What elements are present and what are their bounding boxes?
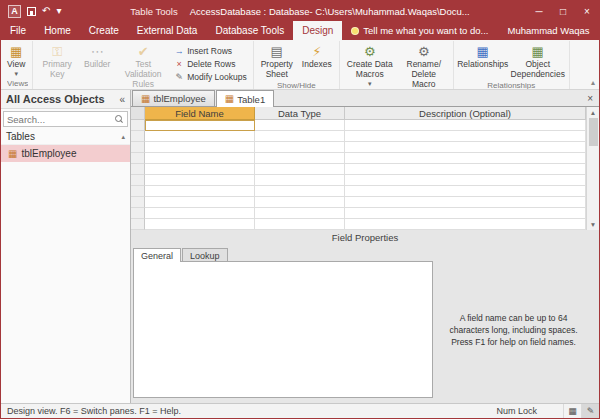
qat-customize-icon[interactable]: ▾ [56,6,61,16]
vertical-scrollbar[interactable]: ▲ ▼ [586,107,599,230]
data-type-cell[interactable] [255,219,345,230]
grid-row[interactable] [131,164,586,175]
save-icon[interactable] [27,7,36,16]
grid-row[interactable] [131,131,586,142]
scroll-up-icon[interactable]: ▲ [590,107,596,118]
description-cell[interactable] [345,208,586,219]
rename-delete-macro-button[interactable]: ⚙ Rename/ Delete Macro [399,42,449,89]
close-button[interactable]: × [575,1,599,21]
description-cell[interactable] [345,142,586,153]
object-dependencies-button[interactable]: ▦ Object Dependencies [511,42,565,80]
description-cell[interactable] [345,186,586,197]
user-account[interactable]: Muhammad Waqas [497,21,599,40]
relationships-button[interactable]: ▦ Relationships [458,42,508,70]
doc-tab-tblemployee[interactable]: ▦ tblEmployee [132,90,215,106]
access-app-icon[interactable]: A [8,5,21,18]
description-cell[interactable] [345,197,586,208]
row-selector[interactable] [131,164,145,175]
row-selector[interactable] [131,197,145,208]
field-name-cell[interactable] [145,208,255,219]
description-cell[interactable] [345,120,586,131]
field-name-cell[interactable] [145,219,255,230]
description-cell[interactable] [345,175,586,186]
maximize-button[interactable]: □ [551,1,575,21]
indexes-button[interactable]: ⚡ Indexes [299,42,335,70]
data-type-cell[interactable] [255,131,345,142]
row-selector[interactable] [131,142,145,153]
design-view-icon[interactable]: ✎ [581,404,599,418]
grid-row[interactable] [131,153,586,164]
field-name-cell[interactable] [145,142,255,153]
grid-row[interactable] [131,219,586,230]
tab-home[interactable]: Home [35,21,80,40]
field-name-cell[interactable] [145,164,255,175]
row-selector[interactable] [131,208,145,219]
data-type-cell[interactable] [255,153,345,164]
collapse-ribbon-icon[interactable]: ▴ [591,78,595,87]
tab-general[interactable]: General [133,248,181,262]
nav-section-tables[interactable]: Tables ▴ [1,129,130,145]
nav-item-tblemployee[interactable]: ▦ tblEmployee [1,145,130,162]
view-button[interactable]: ▦ View ▾ [7,42,25,77]
grid-row[interactable] [131,208,586,219]
description-cell[interactable] [345,153,586,164]
data-type-cell[interactable] [255,164,345,175]
search-box[interactable] [3,111,128,127]
undo-icon[interactable]: ↶ [42,6,50,16]
close-document-icon[interactable]: × [581,93,599,104]
description-cell[interactable] [345,164,586,175]
tab-design[interactable]: Design [293,21,342,40]
row-selector[interactable] [131,153,145,164]
tab-lookup[interactable]: Lookup [182,248,228,262]
grid-row[interactable] [131,186,586,197]
column-header-description[interactable]: Description (Optional) [345,107,586,120]
field-name-cell[interactable] [145,131,255,142]
field-name-cell[interactable] [145,186,255,197]
test-validation-rules-button[interactable]: ✔ Test Validation Rules [117,42,169,89]
create-data-macros-button[interactable]: ⚙ Create Data Macros ▾ [344,42,396,87]
field-name-cell[interactable] [145,153,255,164]
grid-row[interactable] [131,175,586,186]
description-cell[interactable] [345,131,586,142]
minimize-button[interactable]: ─ [527,1,551,21]
grid-row[interactable] [131,120,586,131]
grid-row[interactable] [131,142,586,153]
row-selector[interactable] [131,120,145,131]
property-sheet-grid[interactable] [133,261,433,398]
row-selector[interactable] [131,186,145,197]
primary-key-button[interactable]: ⚿ Primary Key [37,42,77,80]
modify-lookups-button[interactable]: ✎ Modify Lookups [172,71,249,83]
column-header-data-type[interactable]: Data Type [255,107,345,120]
field-name-cell[interactable] [145,175,255,186]
data-type-cell[interactable] [255,142,345,153]
row-selector-header[interactable] [131,107,145,120]
row-selector[interactable] [131,219,145,230]
field-name-cell[interactable] [145,197,255,208]
data-type-cell[interactable] [255,120,345,131]
tell-me-box[interactable]: Tell me what you want to do... [342,21,497,40]
row-selector[interactable] [131,131,145,142]
tab-external-data[interactable]: External Data [128,21,207,40]
row-selector[interactable] [131,175,145,186]
grid-row[interactable] [131,197,586,208]
field-name-cell[interactable] [145,120,255,131]
datasheet-view-icon[interactable]: ▦ [563,404,581,418]
search-input[interactable] [7,114,114,125]
data-type-cell[interactable] [255,175,345,186]
scroll-down-icon[interactable]: ▼ [590,219,596,230]
shutter-collapse-icon[interactable]: « [119,94,125,105]
delete-rows-button[interactable]: × Delete Rows [172,58,249,70]
property-sheet-button[interactable]: ▤ Property Sheet [258,42,296,80]
data-type-cell[interactable] [255,186,345,197]
scrollbar-thumb[interactable] [589,118,598,146]
doc-tab-table1[interactable]: ▦ Table1 [216,90,274,107]
data-type-cell[interactable] [255,197,345,208]
tab-database-tools[interactable]: Database Tools [206,21,293,40]
insert-rows-button[interactable]: → Insert Rows [172,45,249,57]
tab-create[interactable]: Create [80,21,128,40]
builder-button[interactable]: ⋯ Builder [80,42,114,70]
data-type-cell[interactable] [255,208,345,219]
description-cell[interactable] [345,219,586,230]
section-collapse-icon[interactable]: ▴ [121,133,125,141]
column-header-field-name[interactable]: Field Name [145,107,255,120]
